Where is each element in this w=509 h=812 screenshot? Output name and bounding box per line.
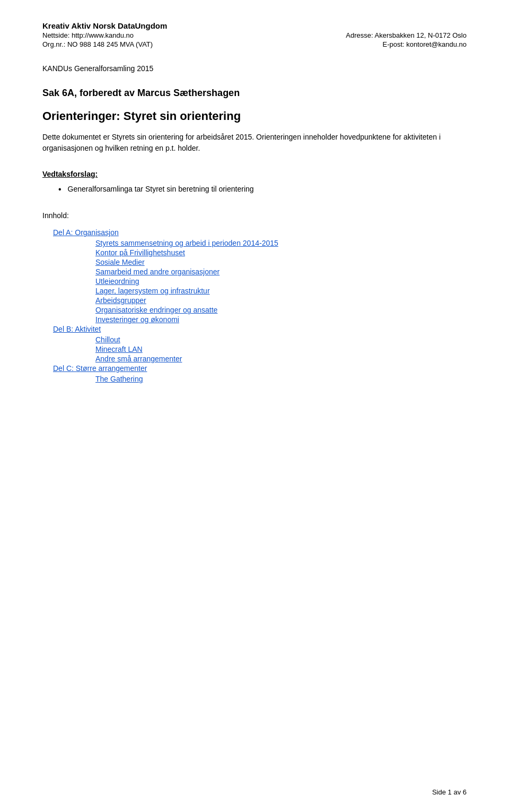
toc-sub-item: Andre små arrangementer: [95, 355, 467, 363]
toc-link-lager[interactable]: Lager, lagersystem og infrastruktur: [95, 287, 210, 295]
vedtaksforslag-text: Generalforsamlinga tar Styret sin beretn…: [68, 184, 254, 195]
toc-link-organisatoriske[interactable]: Organisatoriske endringer og ansatte: [95, 306, 217, 314]
toc-sub-item: Sosiale Medier: [95, 258, 467, 266]
vedtaksforslag-label: Vedtaksforslag:: [42, 170, 467, 178]
orienteringer-title: Orienteringer: Styret sin orientering: [42, 109, 467, 123]
toc-del-b-row: Del B: Aktivitet: [53, 325, 467, 334]
toc-link-andre-sma[interactable]: Andre små arrangementer: [95, 355, 182, 363]
toc-link-kontor[interactable]: Kontor på Frivillighetshuset: [95, 248, 185, 257]
header-section: Kreativ Aktiv Norsk DataUngdom Nettside:…: [42, 21, 467, 48]
innhold-section: Innhold: Del A: Organisasjon Styrets sam…: [42, 211, 467, 383]
toc-container: Del A: Organisasjon Styrets sammensetnin…: [53, 228, 467, 383]
org-nr-info: Org.nr.: NO 988 148 245 MVA (VAT): [42, 40, 153, 48]
toc-sub-item: Investeringer og økonomi: [95, 315, 467, 324]
vedtaksforslag-item: • Generalforsamlinga tar Styret sin bere…: [58, 184, 467, 195]
org-name: Kreativ Aktiv Norsk DataUngdom: [42, 21, 467, 30]
generalforsamling-title: KANDUs Generalforsamling 2015: [42, 64, 467, 73]
toc-link-utleie[interactable]: Utleieordning: [95, 277, 139, 286]
toc-sub-item: Lager, lagersystem og infrastruktur: [95, 287, 467, 295]
toc-link-the-gathering[interactable]: The Gathering: [95, 375, 143, 383]
toc-link-samarbeid[interactable]: Samarbeid med andre organisasjoner: [95, 267, 220, 276]
website-value: http://www.kandu.no: [72, 31, 134, 39]
org-nr-value: NO 988 148 245 MVA (VAT): [67, 40, 153, 48]
toc-sub-item: Organisatoriske endringer og ansatte: [95, 306, 467, 314]
toc-sub-item: Utleieordning: [95, 277, 467, 286]
toc-del-b-subitems: Chillout Minecraft LAN Andre små arrange…: [95, 335, 467, 363]
description-text: Dette dokumentet er Styrets sin orienter…: [42, 132, 467, 154]
toc-del-a-header[interactable]: Del A: Organisasjon: [53, 228, 119, 237]
website-info: Nettside: http://www.kandu.no: [42, 31, 134, 39]
toc-sub-item: Chillout: [95, 335, 467, 344]
org-nr-label: Org.nr.:: [42, 40, 65, 48]
sak-title: Sak 6A, forberedt av Marcus Sæthershagen: [42, 88, 467, 99]
toc-link-minecraft[interactable]: Minecraft LAN: [95, 345, 143, 353]
toc-sub-item: Kontor på Frivillighetshuset: [95, 248, 467, 257]
address-label: Adresse:: [346, 31, 373, 39]
toc-sub-item: Samarbeid med andre organisasjoner: [95, 267, 467, 276]
page-container: Kreativ Aktiv Norsk DataUngdom Nettside:…: [0, 0, 509, 812]
toc-link-sosiale[interactable]: Sosiale Medier: [95, 258, 145, 266]
header-row-1: Nettside: http://www.kandu.no Adresse: A…: [42, 31, 467, 39]
toc-link-investeringer[interactable]: Investeringer og økonomi: [95, 315, 179, 324]
page-footer: Side 1 av 6: [432, 788, 467, 796]
toc-del-c-header[interactable]: Del C: Større arrangementer: [53, 364, 147, 373]
toc-sub-item: The Gathering: [95, 375, 467, 383]
toc-del-a-row: Del A: Organisasjon: [53, 228, 467, 238]
toc-sub-item: Styrets sammensetning og arbeid i period…: [95, 239, 467, 247]
email-label: E-post:: [383, 40, 405, 48]
email-value: kontoret@kandu.no: [406, 40, 467, 48]
toc-link-chillout[interactable]: Chillout: [95, 335, 120, 344]
address-value: Akersbakken 12, N-0172 Oslo: [375, 31, 467, 39]
header-row-2: Org.nr.: NO 988 148 245 MVA (VAT) E-post…: [42, 40, 467, 48]
toc-del-c-row: Del C: Større arrangementer: [53, 364, 467, 374]
toc-link-styrets[interactable]: Styrets sammensetning og arbeid i period…: [95, 239, 278, 247]
vedtaksforslag-section: Vedtaksforslag: • Generalforsamlinga tar…: [42, 170, 467, 195]
address-info: Adresse: Akersbakken 12, N-0172 Oslo: [346, 31, 467, 39]
bullet-icon: •: [58, 184, 62, 195]
email-info: E-post: kontoret@kandu.no: [383, 40, 467, 48]
website-label: Nettside:: [42, 31, 69, 39]
toc-sub-item: Minecraft LAN: [95, 345, 467, 353]
toc-del-a-subitems: Styrets sammensetning og arbeid i period…: [95, 239, 467, 324]
toc-link-arbeidsgrupper[interactable]: Arbeidsgrupper: [95, 296, 146, 305]
toc-del-b-header[interactable]: Del B: Aktivitet: [53, 325, 101, 333]
toc-sub-item: Arbeidsgrupper: [95, 296, 467, 305]
innhold-label: Innhold:: [42, 211, 467, 220]
toc-del-c-subitems: The Gathering: [95, 375, 467, 383]
